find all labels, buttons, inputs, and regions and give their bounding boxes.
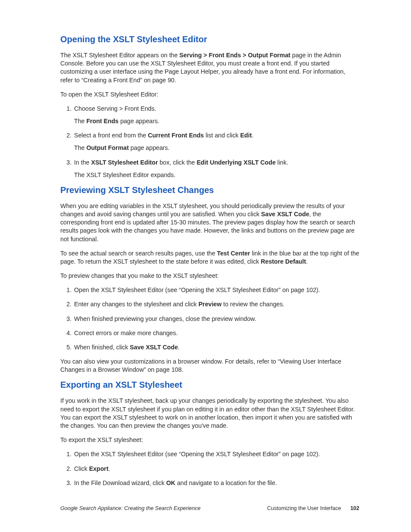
text: In the File Download wizard, click: [74, 479, 166, 486]
heading-opening-editor: Opening the XSLT Stylesheet Editor: [60, 34, 359, 44]
list-item: Select a front end from the Current Fron…: [73, 131, 359, 152]
sub-paragraph: The XSLT Stylesheet Editor expands.: [74, 171, 359, 179]
footer-section-page: Customizing the User Interface 102: [267, 505, 359, 511]
paragraph: When you are editing variables in the XS…: [60, 202, 359, 243]
text: Enter any changes to the stylesheet and …: [74, 301, 199, 308]
list-item: Correct errors or make more changes.: [73, 329, 359, 337]
ordered-list: Open the XSLT Stylesheet Editor (see “Op…: [60, 450, 359, 487]
bold-text: Save XSLT Code: [130, 344, 178, 351]
text: Select a front end from the: [74, 132, 148, 139]
bold-text: Edit Underlying XSLT Code: [196, 159, 275, 166]
text: .: [252, 132, 253, 139]
list-item: When finished previewing your changes, c…: [73, 315, 359, 323]
text: When finished, click: [74, 344, 130, 351]
list-item: In the XSLT Stylesheet Editor box, click…: [73, 159, 359, 179]
page-footer: Google Search Appliance: Creating the Se…: [60, 505, 359, 511]
paragraph: To preview changes that you make to the …: [60, 272, 359, 280]
paragraph: You can also view your customizations in…: [60, 358, 359, 374]
sub-paragraph: The Output Format page appears.: [74, 144, 359, 152]
heading-previewing-changes: Previewing XSLT Stylesheet Changes: [60, 185, 359, 195]
text: link.: [276, 159, 288, 166]
paragraph: To open the XSLT Stylesheet Editor:: [60, 90, 359, 99]
list-item: When finished, click Save XSLT Code.: [73, 343, 359, 352]
bold-text: Output Format: [86, 144, 129, 151]
text: list and click: [204, 132, 240, 139]
list-item: Click Export.: [73, 465, 359, 473]
bold-text: Save XSLT Code: [261, 211, 309, 218]
list-item: In the File Download wizard, click OK an…: [73, 479, 359, 487]
text: In the: [74, 159, 91, 166]
page-content: Opening the XSLT Stylesheet Editor The X…: [0, 0, 411, 487]
ordered-list: Open the XSLT Stylesheet Editor (see “Op…: [60, 286, 359, 352]
bold-text: Preview: [199, 301, 222, 308]
text: page appears.: [118, 118, 159, 124]
bold-text: Restore Default: [261, 258, 306, 265]
bold-text: Current Front Ends: [148, 132, 204, 139]
text: To see the actual search or search resul…: [60, 250, 217, 257]
text: The: [74, 144, 86, 151]
bold-text: Test Center: [217, 250, 250, 257]
text: box, click the: [158, 159, 197, 166]
footer-doc-title: Google Search Appliance: Creating the Se…: [60, 505, 200, 511]
text: Click: [74, 465, 89, 472]
footer-page-number: 102: [350, 505, 359, 511]
bold-text: Serving > Front Ends > Output Format: [179, 52, 290, 59]
list-item: Open the XSLT Stylesheet Editor (see “Op…: [73, 450, 359, 458]
text: page appears.: [129, 144, 170, 151]
ordered-list: Choose Serving > Front Ends. The Front E…: [60, 105, 359, 179]
paragraph: To see the actual search or search resul…: [60, 249, 359, 266]
paragraph: The XSLT Stylesheet Editor appears on th…: [60, 51, 359, 84]
sub-paragraph: The Front Ends page appears.: [74, 117, 359, 125]
paragraph: To export the XSLT stylesheet:: [60, 436, 359, 444]
heading-exporting-stylesheet: Exporting an XSLT Stylesheet: [60, 380, 359, 390]
bold-text: Front Ends: [86, 118, 118, 124]
paragraph: If you work in the XSLT stylesheet, back…: [60, 397, 359, 430]
bold-text: XSLT Stylesheet Editor: [91, 159, 158, 166]
bold-text: Edit: [240, 132, 252, 139]
text: and navigate to a location for the file.: [175, 479, 277, 486]
text: The: [74, 118, 86, 124]
bold-text: Export: [89, 465, 109, 472]
text: .: [178, 344, 180, 351]
bold-text: OK: [166, 479, 175, 486]
text: .: [306, 258, 308, 265]
text: The XSLT Stylesheet Editor appears on th…: [60, 52, 179, 59]
text: Choose Serving > Front Ends.: [74, 105, 156, 112]
text: to review the changes.: [221, 301, 284, 308]
list-item: Open the XSLT Stylesheet Editor (see “Op…: [73, 286, 359, 294]
list-item: Enter any changes to the stylesheet and …: [73, 300, 359, 308]
footer-section: Customizing the User Interface: [267, 505, 341, 511]
list-item: Choose Serving > Front Ends. The Front E…: [73, 105, 359, 125]
text: .: [109, 465, 110, 472]
